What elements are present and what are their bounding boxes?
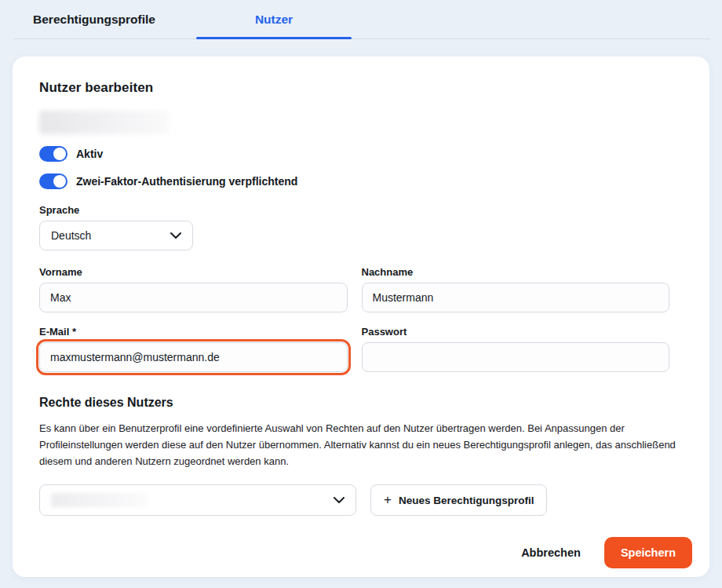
rights-description: Es kann über ein Benutzerprofil eine vor… (39, 421, 692, 469)
email-label: E-Mail * (39, 326, 348, 338)
vorname-label: Vorname (39, 266, 348, 278)
tab-nutzer[interactable]: Nutzer (196, 0, 352, 39)
passwort-label: Passwort (362, 326, 670, 338)
name-fields-grid: Vorname Nachname E-Mail * Passwort (39, 266, 669, 372)
cancel-button[interactable]: Abbrechen (521, 546, 581, 559)
page-title: Nutzer bearbeiten (39, 80, 692, 96)
toggle-label-aktiv: Aktiv (76, 148, 103, 160)
redacted-profile-value (51, 493, 147, 507)
tab-berechtigungsprofile[interactable]: Berechtigungsprofile (8, 0, 180, 39)
toggle-row-aktiv: Aktiv (39, 146, 692, 162)
nachname-label: Nachname (362, 266, 670, 278)
passwort-input[interactable] (362, 342, 670, 372)
language-select-value: Deutsch (51, 229, 91, 242)
edit-user-card: Nutzer bearbeiten Aktiv Zwei-Faktor-Auth… (13, 57, 709, 577)
nachname-cell: Nachname (362, 266, 670, 312)
language-label: Sprache (39, 204, 692, 216)
save-button[interactable]: Speichern (604, 537, 692, 568)
passwort-cell: Passwort (362, 326, 670, 372)
toggle-knob (53, 175, 66, 188)
plus-icon: + (384, 493, 392, 506)
chevron-down-icon (334, 497, 345, 503)
toggle-knob (53, 148, 66, 160)
new-permission-profile-label: Neues Berechtigungsprofil (399, 495, 534, 506)
chevron-down-icon (170, 232, 181, 239)
tab-label: Nutzer (255, 13, 293, 27)
redacted-user-name (39, 111, 170, 134)
two-factor-toggle[interactable] (39, 173, 67, 189)
toggle-row-2fa: Zwei-Faktor-Authentisierung verpflichten… (39, 173, 692, 189)
rights-section-title: Rechte dieses Nutzers (39, 396, 692, 410)
tab-bar: Berechtigungsprofile Nutzer (0, 0, 722, 39)
vorname-input[interactable] (39, 283, 348, 312)
form-footer: Abbrechen Speichern (39, 537, 692, 568)
language-select[interactable]: Deutsch (39, 221, 193, 250)
permission-profile-select[interactable] (39, 484, 356, 516)
email-cell: E-Mail * (39, 326, 348, 372)
tab-label: Berechtigungsprofile (33, 13, 155, 27)
language-block: Sprache Deutsch (39, 204, 692, 250)
profile-row: + Neues Berechtigungsprofil (39, 484, 692, 516)
toggle-label-2fa: Zwei-Faktor-Authentisierung verpflichten… (76, 175, 297, 188)
aktiv-toggle[interactable] (39, 146, 67, 162)
email-input[interactable] (39, 342, 348, 372)
new-permission-profile-button[interactable]: + Neues Berechtigungsprofil (370, 484, 547, 516)
vorname-cell: Vorname (39, 266, 348, 312)
nachname-input[interactable] (362, 283, 670, 312)
